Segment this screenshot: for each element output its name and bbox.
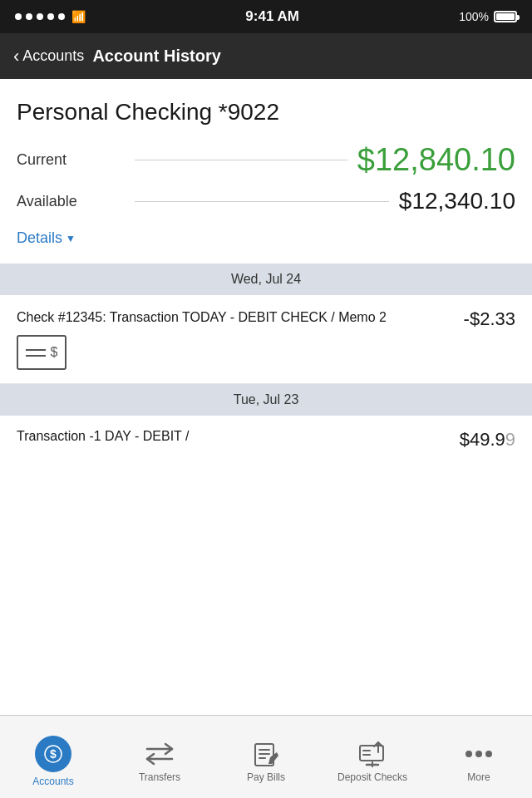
tab-bar: $ Accounts Transfers Pay Bi: [0, 715, 532, 798]
signal-dots: [15, 13, 65, 20]
battery-icon: [494, 11, 517, 22]
check-dollar-sign: $: [51, 345, 58, 360]
account-name: Personal Checking *9022: [17, 99, 515, 126]
account-header: Personal Checking *9022 Current $12,840.…: [0, 79, 532, 264]
tab-deposit-label: Deposit Checks: [337, 771, 407, 783]
nav-bar: ‹ Accounts Account History: [0, 33, 532, 79]
back-label[interactable]: Accounts: [22, 47, 84, 65]
tab-transfers-label: Transfers: [139, 771, 180, 783]
status-time: 9:41 AM: [245, 8, 299, 25]
tab-more-label: More: [467, 771, 490, 783]
transaction-description-partial: Transaction -1 DAY - DEBIT /: [17, 429, 460, 444]
back-chevron-icon: ‹: [13, 46, 19, 67]
tab-accounts[interactable]: $ Accounts: [0, 716, 106, 798]
transaction-amount-partial: $49.99: [460, 429, 515, 451]
current-balance-row: Current $12,840.10: [17, 142, 515, 178]
more-icon: [465, 740, 493, 768]
status-bar: 📶 9:41 AM 100%: [0, 0, 532, 33]
section-date-wed: Wed, Jul 24: [231, 272, 301, 286]
back-button[interactable]: ‹ Accounts: [13, 46, 84, 67]
tab-deposit[interactable]: Deposit Checks: [319, 716, 426, 798]
details-label: Details: [17, 229, 62, 247]
transaction-row[interactable]: Check #12345: Transaction TODAY - DEBIT …: [0, 295, 532, 384]
transfers-icon: [145, 740, 174, 768]
details-chevron-icon: ▼: [66, 233, 76, 244]
status-left: 📶: [15, 10, 86, 23]
section-header-tue: Tue, Jul 23: [0, 384, 532, 416]
paybills-icon: [252, 740, 280, 768]
svg-point-15: [466, 751, 472, 757]
tab-paybills-label: Pay Bills: [247, 771, 285, 783]
tab-more[interactable]: More: [426, 716, 532, 798]
accounts-icon-bg: $: [35, 736, 71, 772]
available-divider: [135, 201, 389, 202]
tab-transfers[interactable]: Transfers: [106, 716, 213, 798]
current-label: Current: [17, 151, 125, 169]
tab-accounts-label: Accounts: [32, 776, 73, 787]
svg-point-16: [475, 751, 482, 757]
transaction-row-partial[interactable]: Transaction -1 DAY - DEBIT / $49.99: [0, 416, 532, 466]
svg-rect-9: [360, 746, 383, 761]
page-title: Account History: [92, 47, 220, 66]
current-amount: $12,840.10: [357, 142, 515, 178]
tab-paybills[interactable]: Pay Bills: [213, 716, 319, 798]
section-header-wed: Wed, Jul 24: [0, 264, 532, 295]
available-amount: $12,340.10: [399, 188, 515, 214]
section-date-tue: Tue, Jul 23: [234, 392, 299, 406]
available-balance-row: Available $12,340.10: [17, 188, 515, 214]
transaction-amount: -$2.33: [464, 308, 515, 330]
transaction-description: Check #12345: Transaction TODAY - DEBIT …: [17, 308, 454, 327]
available-label: Available: [17, 193, 125, 210]
deposit-icon: [358, 740, 387, 768]
current-divider: [135, 160, 347, 160]
battery-percentage: 100%: [459, 10, 489, 23]
dollar-icon: $: [44, 745, 62, 763]
check-icon: $: [17, 335, 66, 370]
wifi-icon: 📶: [71, 10, 86, 23]
check-lines: [26, 349, 46, 357]
status-right: 100%: [459, 10, 517, 23]
svg-point-17: [485, 751, 492, 757]
svg-text:$: $: [50, 747, 57, 761]
transaction-details: Check #12345: Transaction TODAY - DEBIT …: [17, 308, 454, 370]
details-button[interactable]: Details ▼: [17, 229, 76, 247]
